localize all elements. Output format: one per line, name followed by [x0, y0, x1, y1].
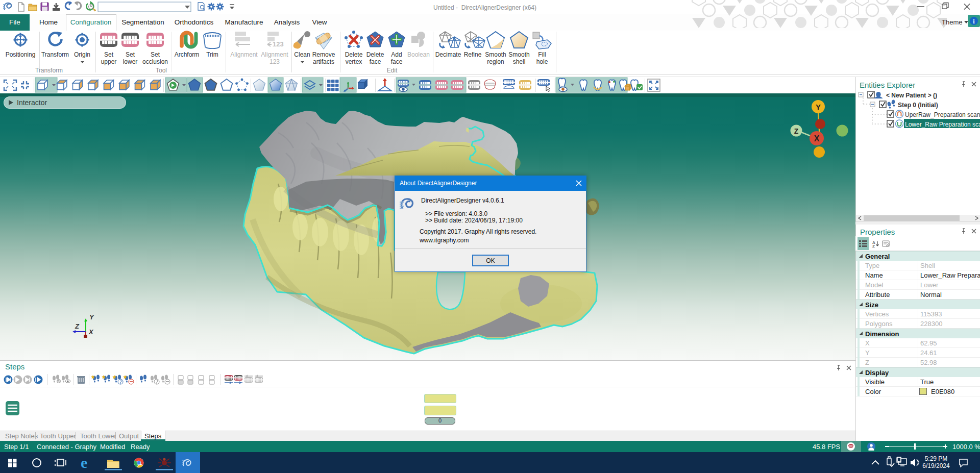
svg-text:Y: Y	[816, 103, 821, 111]
svg-text:X: X	[814, 134, 820, 143]
svg-text:123: 123	[273, 40, 284, 48]
svg-text:X: X	[88, 328, 94, 336]
svg-text:Y: Y	[89, 313, 94, 321]
svg-text:Z: Z	[794, 127, 799, 135]
svg-text:e: e	[81, 454, 87, 471]
svg-text:Z: Z	[872, 244, 875, 248]
svg-text:Z: Z	[75, 322, 80, 330]
